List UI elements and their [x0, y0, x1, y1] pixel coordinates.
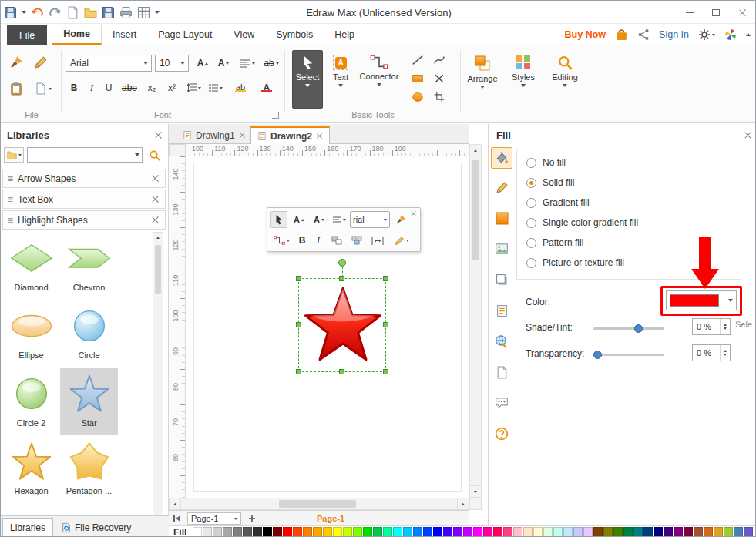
mini-shrink-font-button[interactable]: A [310, 211, 328, 228]
mini-shapes-button[interactable] [328, 232, 346, 249]
palette-swatch[interactable] [283, 527, 292, 537]
mini-font-combo[interactable]: rial [350, 211, 390, 228]
tab-page-layout[interactable]: Page Layout [147, 25, 223, 45]
palette-swatch[interactable] [253, 527, 262, 537]
mini-group-button[interactable] [348, 232, 366, 249]
palette-swatch[interactable] [553, 527, 563, 537]
active-page-label[interactable]: Page-1 [317, 514, 344, 523]
palette-swatch[interactable] [413, 527, 422, 537]
font-family-combo[interactable]: Arial [66, 55, 152, 72]
resize-handle[interactable] [383, 369, 388, 374]
palette-swatch[interactable] [664, 527, 673, 537]
palette-swatch[interactable] [704, 527, 713, 537]
fill-option-single-color-gradient[interactable]: Single color gradient fill [526, 214, 638, 231]
palette-swatch[interactable] [343, 527, 352, 537]
library-shape-partial-2[interactable] [60, 503, 118, 515]
radio-icon[interactable] [526, 258, 536, 268]
sidebar-hyperlink-tool[interactable] [492, 332, 511, 351]
arrange-button[interactable]: Arrange [465, 50, 500, 109]
sidebar-line-tool[interactable] [492, 178, 511, 196]
store-bag-icon[interactable] [615, 29, 628, 42]
palette-swatch[interactable] [563, 527, 573, 537]
grow-font-button[interactable]: A [193, 55, 212, 72]
tab-symbols[interactable]: Symbols [265, 25, 324, 45]
sidebar-shadow-tool[interactable] [492, 270, 511, 289]
bold-button[interactable]: B [66, 79, 82, 96]
palette-swatch[interactable] [654, 527, 663, 537]
palette-swatch[interactable] [744, 527, 753, 537]
palette-swatch[interactable] [243, 527, 252, 537]
text-style-button[interactable]: ab [260, 55, 282, 72]
palette-swatch[interactable] [603, 527, 613, 537]
palette-swatch[interactable] [443, 527, 452, 537]
scroll-down-button[interactable] [469, 485, 482, 498]
spin-down-icon[interactable] [724, 354, 727, 356]
libraries-close-button[interactable] [152, 129, 164, 141]
close-tab-icon[interactable] [317, 133, 322, 139]
style-brush-button[interactable] [30, 52, 52, 73]
close-tab-icon[interactable] [240, 133, 245, 138]
font-dialog-launcher[interactable] [272, 112, 279, 119]
crop-tool-button[interactable] [429, 89, 449, 106]
canvas[interactable]: A A rial B I [186, 156, 469, 498]
bullet-list-button[interactable] [206, 79, 226, 96]
horizontal-scroll-thumb[interactable] [279, 500, 356, 508]
library-shape-pentagon[interactable]: Pentagon ... [60, 435, 118, 503]
section-close-icon[interactable] [152, 216, 159, 223]
palette-swatch[interactable] [373, 527, 382, 537]
tab-help[interactable]: Help [324, 25, 365, 45]
text-align-button[interactable] [237, 55, 258, 72]
palette-swatch[interactable] [613, 527, 623, 537]
delete-tool-button[interactable] [429, 70, 449, 87]
fill-option-picture-texture-fill[interactable]: Picture or texture fill [526, 254, 624, 271]
spin-up-icon[interactable] [724, 350, 727, 352]
curve-tool-button[interactable] [429, 52, 449, 69]
sign-in-link[interactable]: Sign In [659, 29, 689, 40]
library-shape-chevron[interactable]: Chevron [60, 232, 118, 300]
palette-swatch[interactable] [383, 527, 392, 537]
palette-swatch[interactable] [463, 527, 472, 537]
line-tool-button[interactable] [408, 52, 428, 69]
shade-value-spinner[interactable]: 0 % [692, 318, 731, 335]
palette-swatch[interactable] [333, 527, 342, 537]
bottom-tab-file-recovery[interactable]: File Recovery [58, 518, 150, 537]
first-page-button[interactable] [173, 515, 180, 522]
palette-swatch[interactable] [213, 527, 222, 537]
palette-swatch[interactable] [393, 527, 402, 537]
library-shape-star-selected[interactable]: Star [60, 368, 118, 435]
mini-format-painter-button[interactable] [392, 211, 409, 228]
radio-icon[interactable] [526, 198, 536, 208]
paste-button[interactable] [5, 78, 27, 99]
palette-swatch[interactable] [533, 527, 543, 537]
tab-view[interactable]: View [223, 25, 265, 45]
highlight-color-button[interactable]: ab [229, 79, 252, 96]
palette-swatch[interactable] [724, 527, 733, 537]
collapse-ribbon-icon[interactable] [746, 33, 751, 36]
close-button[interactable] [732, 5, 752, 19]
palette-swatch[interactable] [203, 527, 212, 537]
connector-tool-button[interactable]: Connector [357, 50, 402, 109]
scroll-right-button[interactable] [457, 498, 469, 510]
document-tab-drawing1[interactable]: Drawing1 [176, 126, 253, 144]
palette-swatch[interactable] [643, 527, 653, 537]
sidebar-shape-style-tool[interactable] [492, 209, 511, 227]
scroll-left-button[interactable] [169, 498, 181, 510]
mini-italic-button[interactable]: I [311, 232, 325, 249]
rectangle-tool-button[interactable] [408, 70, 428, 87]
selection-box[interactable] [298, 278, 386, 372]
palette-swatch[interactable] [193, 527, 202, 537]
scroll-up-button[interactable] [469, 144, 482, 156]
library-shape-hexagon[interactable]: Hexagon [2, 435, 60, 503]
resize-handle[interactable] [383, 276, 388, 281]
floating-toolbar-close-button[interactable] [408, 209, 418, 219]
buy-now-link[interactable]: Buy Now [565, 29, 606, 40]
palette-swatch[interactable] [684, 527, 693, 537]
fill-option-no-fill[interactable]: No fill [526, 154, 566, 171]
palette-swatch[interactable] [543, 527, 553, 537]
copy-button[interactable] [30, 78, 56, 99]
spin-down-icon[interactable] [724, 327, 727, 330]
sidebar-comment-tool[interactable] [492, 394, 511, 412]
library-open-button[interactable] [4, 147, 24, 163]
red-star-shape[interactable] [301, 281, 385, 368]
fill-option-gradient-fill[interactable]: Gradient fill [526, 194, 590, 211]
